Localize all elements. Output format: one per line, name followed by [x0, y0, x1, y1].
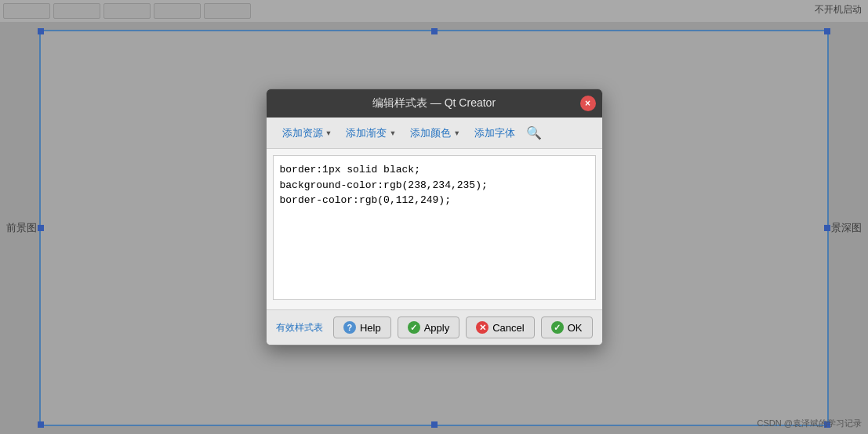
- dialog-titlebar: 编辑样式表 — Qt Creator ×: [267, 89, 602, 118]
- dialog-title: 编辑样式表 — Qt Creator: [372, 96, 496, 110]
- search-button[interactable]: 🔍: [523, 122, 545, 143]
- add-color-button[interactable]: 添加颜色 ▼: [404, 123, 467, 143]
- help-icon: ?: [343, 321, 356, 334]
- apply-icon: ✓: [408, 321, 420, 334]
- ok-label: OK: [568, 322, 583, 334]
- cancel-icon: ✕: [476, 321, 488, 334]
- search-icon: 🔍: [526, 126, 542, 139]
- add-font-button[interactable]: 添加字体: [468, 123, 521, 143]
- add-color-arrow: ▼: [453, 129, 460, 137]
- dialog-toolbar: 添加资源 ▼ 添加渐变 ▼ 添加颜色 ▼ 添加字体 🔍: [267, 118, 602, 149]
- apply-button[interactable]: ✓ Apply: [398, 316, 460, 338]
- add-resource-label: 添加资源: [282, 126, 323, 140]
- add-gradient-arrow: ▼: [389, 129, 396, 137]
- close-button[interactable]: ×: [580, 96, 596, 111]
- cancel-button[interactable]: ✕ Cancel: [466, 316, 534, 338]
- add-gradient-label: 添加渐变: [346, 126, 387, 140]
- add-color-label: 添加颜色: [410, 126, 451, 140]
- cancel-label: Cancel: [492, 322, 524, 334]
- code-editor[interactable]: border:1px solid black; background-color…: [273, 155, 596, 300]
- add-gradient-button[interactable]: 添加渐变 ▼: [340, 123, 402, 143]
- ok-icon: ✓: [551, 321, 564, 334]
- add-resource-button[interactable]: 添加资源 ▼: [276, 123, 339, 143]
- dialog-footer: 有效样式表 ? Help ✓ Apply ✕ Cancel ✓ OK: [267, 309, 602, 345]
- help-label: Help: [360, 322, 381, 334]
- status-label: 有效样式表: [276, 321, 327, 335]
- help-button[interactable]: ? Help: [333, 316, 391, 338]
- ok-button[interactable]: ✓ OK: [541, 316, 593, 338]
- add-font-label: 添加字体: [474, 126, 515, 140]
- apply-label: Apply: [424, 322, 450, 334]
- add-resource-arrow: ▼: [325, 129, 332, 137]
- stylesheet-dialog: 编辑样式表 — Qt Creator × 添加资源 ▼ 添加渐变 ▼ 添加颜色 …: [266, 89, 603, 345]
- dialog-body: border:1px solid black; background-color…: [267, 149, 602, 309]
